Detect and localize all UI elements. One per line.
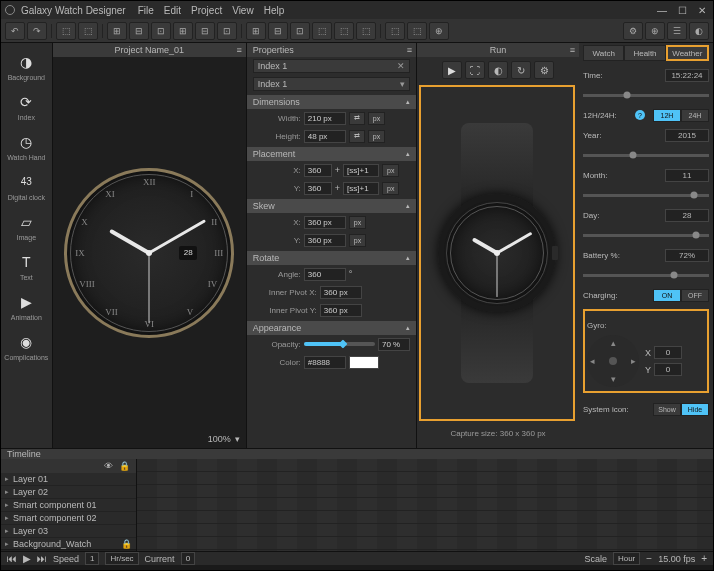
layer-row[interactable]: ▸Layer 03: [1, 525, 136, 538]
align-button[interactable]: ⊡: [151, 22, 171, 40]
settings-button[interactable]: ⚙: [623, 22, 643, 40]
distribute-button[interactable]: ⬚: [334, 22, 354, 40]
section-placement[interactable]: Placement▴: [247, 147, 416, 161]
year-slider[interactable]: [583, 154, 709, 157]
tool-image[interactable]: ▱Image: [1, 207, 52, 245]
menu-button[interactable]: ☰: [667, 22, 687, 40]
color-swatch[interactable]: [349, 356, 379, 369]
tool-index[interactable]: ⟳Index: [1, 87, 52, 125]
dpad-center[interactable]: [609, 357, 617, 365]
collapse-icon[interactable]: ▴: [406, 98, 410, 106]
maximize-button[interactable]: ☐: [675, 5, 689, 16]
color-input[interactable]: [304, 356, 346, 369]
align-button[interactable]: ⊟: [129, 22, 149, 40]
collapse-icon[interactable]: ▴: [406, 202, 410, 210]
group-button[interactable]: ⊕: [429, 22, 449, 40]
sysicon-show[interactable]: Show: [653, 403, 681, 416]
unit-button[interactable]: px: [368, 130, 385, 143]
eye-icon[interactable]: 👁: [104, 461, 113, 471]
panel-menu-icon[interactable]: ≡: [570, 45, 575, 55]
minute-hand[interactable]: [148, 219, 206, 254]
layer-row[interactable]: ▸Smart component 01: [1, 499, 136, 512]
tool-complications[interactable]: ◉Complications: [1, 327, 52, 365]
pivoty-input[interactable]: [320, 304, 362, 317]
unit-button[interactable]: px: [382, 182, 399, 195]
collapse-icon[interactable]: ▴: [406, 150, 410, 158]
lock-icon[interactable]: 🔒: [119, 461, 130, 471]
tab-weather[interactable]: Weather: [666, 45, 709, 61]
timeline-tracks[interactable]: [137, 459, 713, 551]
day-slider[interactable]: [583, 234, 709, 237]
section-appearance[interactable]: Appearance▴: [247, 321, 416, 335]
distribute-button[interactable]: ⊡: [290, 22, 310, 40]
skewy-input[interactable]: [304, 234, 346, 247]
height-input[interactable]: [304, 130, 346, 143]
close-button[interactable]: ✕: [695, 5, 709, 16]
skewx-input[interactable]: [304, 216, 346, 229]
aod-button[interactable]: ◐: [689, 22, 709, 40]
skip-fwd-icon[interactable]: ⏭: [37, 553, 47, 564]
undo-button[interactable]: ↶: [5, 22, 25, 40]
sysicon-hide[interactable]: Hide: [681, 403, 709, 416]
zoom-in-icon[interactable]: +: [701, 553, 707, 564]
layer-row[interactable]: ▸Layer 02: [1, 486, 136, 499]
speed-input[interactable]: 1: [85, 552, 99, 565]
tool-background[interactable]: ◑Background: [1, 47, 52, 85]
arrow-right-icon[interactable]: ▸: [631, 356, 636, 366]
12h-button[interactable]: 12H: [653, 109, 681, 122]
scale-select[interactable]: Hour: [613, 552, 640, 565]
align-button[interactable]: ⊞: [107, 22, 127, 40]
section-dimensions[interactable]: Dimensions▴: [247, 95, 416, 109]
tool-digitalclock[interactable]: 43Digital clock: [1, 167, 52, 205]
menu-help[interactable]: Help: [264, 5, 285, 16]
skip-back-icon[interactable]: ⏮: [7, 553, 17, 564]
unit-select[interactable]: Hr/sec: [105, 552, 138, 565]
angle-input[interactable]: [304, 268, 346, 281]
x-input[interactable]: [304, 164, 332, 177]
gyro-dpad[interactable]: ▴ ▾ ◂ ▸: [587, 335, 639, 387]
play-button[interactable]: ▶: [442, 61, 462, 79]
layer-row[interactable]: ▸Smart component 02: [1, 512, 136, 525]
width-input[interactable]: [304, 112, 346, 125]
time-slider[interactable]: [583, 94, 709, 97]
refresh-button[interactable]: ↻: [511, 61, 531, 79]
x-expr-input[interactable]: [343, 164, 379, 177]
panel-menu-icon[interactable]: ≡: [237, 45, 242, 55]
chevron-down-icon[interactable]: ▾: [400, 79, 405, 89]
tool-text[interactable]: TText: [1, 247, 52, 285]
layer-row[interactable]: ▸Background_Watch🔒: [1, 538, 136, 551]
redo-button[interactable]: ↷: [27, 22, 47, 40]
clear-icon[interactable]: ✕: [397, 61, 405, 71]
align-button[interactable]: ⬚: [78, 22, 98, 40]
zoom-control[interactable]: 100%▾: [208, 434, 240, 444]
align-button[interactable]: ⊟: [195, 22, 215, 40]
month-slider[interactable]: [583, 194, 709, 197]
gear-button[interactable]: ⚙: [534, 61, 554, 79]
y-expr-input[interactable]: [343, 182, 379, 195]
opacity-slider[interactable]: [304, 342, 375, 346]
play-icon[interactable]: ▶: [23, 553, 31, 564]
pivotx-input[interactable]: [320, 286, 362, 299]
index-select[interactable]: Index 1✕: [253, 59, 410, 73]
menu-project[interactable]: Project: [191, 5, 222, 16]
current-input[interactable]: 0: [181, 552, 195, 565]
arrow-down-icon[interactable]: ▾: [611, 374, 616, 384]
tab-health[interactable]: Health: [624, 45, 665, 61]
unit-button[interactable]: px: [349, 234, 366, 247]
charging-off[interactable]: OFF: [681, 289, 709, 302]
menu-view[interactable]: View: [232, 5, 254, 16]
toggle-button[interactable]: ⇄: [349, 130, 365, 143]
unit-button[interactable]: px: [368, 112, 385, 125]
zoom-out-icon[interactable]: −: [646, 553, 652, 564]
panel-menu-icon[interactable]: ≡: [407, 45, 412, 55]
tab-watch[interactable]: Watch: [583, 45, 624, 61]
section-skew[interactable]: Skew▴: [247, 199, 416, 213]
fullscreen-button[interactable]: ⛶: [465, 61, 485, 79]
canvas-viewport[interactable]: XII I II III IV V VI VII VIII IX X XI 28…: [53, 57, 246, 448]
align-button[interactable]: ⬚: [56, 22, 76, 40]
opacity-input[interactable]: [378, 338, 410, 351]
second-hand[interactable]: [149, 253, 150, 323]
distribute-button[interactable]: ⊟: [268, 22, 288, 40]
align-button[interactable]: ⊞: [173, 22, 193, 40]
distribute-button[interactable]: ⬚: [312, 22, 332, 40]
